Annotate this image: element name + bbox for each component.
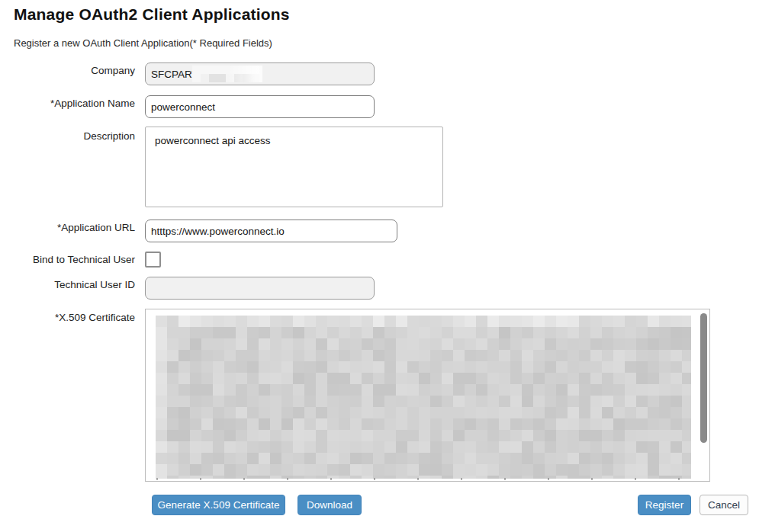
company-redaction-blur [192, 66, 262, 82]
technical-user-id-field[interactable] [145, 277, 375, 300]
application-url-label: *Application URL [0, 222, 135, 233]
download-button[interactable]: Download [297, 495, 362, 515]
bind-technical-user-label: Bind to Technical User [0, 254, 135, 265]
page-title: Manage OAuth2 Client Applications [14, 5, 290, 24]
bind-technical-user-checkbox[interactable] [145, 252, 161, 268]
application-name-field[interactable] [145, 95, 375, 118]
generate-x509-certificate-button[interactable]: Generate X.509 Certificate [152, 495, 285, 515]
page-subtitle: Register a new OAuth Client Application(… [14, 37, 272, 49]
technical-user-id-label: Technical User ID [0, 279, 135, 290]
application-url-field[interactable] [145, 220, 397, 242]
description-label: Description [0, 130, 135, 142]
description-field[interactable] [145, 127, 443, 207]
x509-certificate-field[interactable] [145, 309, 710, 482]
company-label: Company [0, 65, 135, 76]
x509-certificate-text-remnants [156, 478, 687, 480]
oauth2-client-registration-page: Manage OAuth2 Client Applications Regist… [0, 0, 759, 532]
x509-certificate-scrollbar[interactable] [700, 313, 707, 443]
application-name-label: *Application Name [0, 98, 135, 109]
cancel-button[interactable]: Cancel [700, 495, 748, 515]
register-button[interactable]: Register [638, 495, 691, 515]
x509-certificate-label: *X.509 Certificate [0, 312, 135, 323]
x509-certificate-redaction-blur [156, 316, 691, 479]
